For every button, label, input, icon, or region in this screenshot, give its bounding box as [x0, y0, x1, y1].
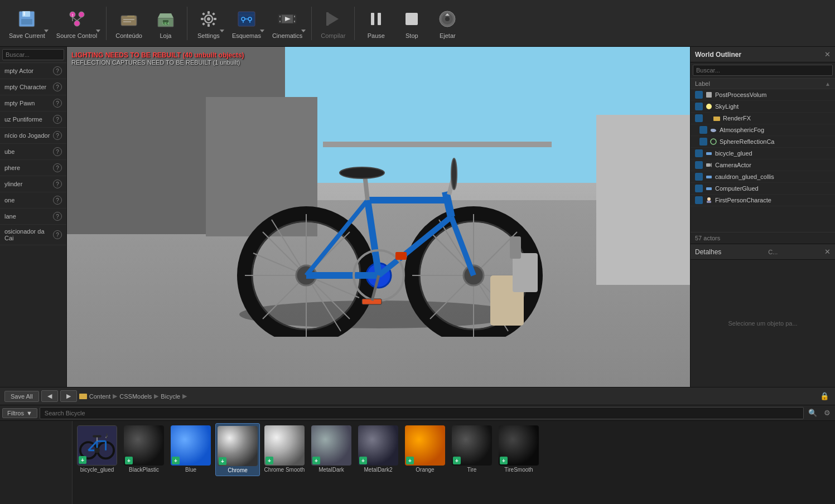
navigate-forward-button[interactable]: ▶ — [60, 390, 77, 402]
stop-button[interactable]: Stop — [395, 3, 428, 43]
outliner-item-renderfx[interactable]: RenderFX — [691, 113, 835, 124]
filter-button[interactable]: Filtros ▼ — [2, 408, 37, 418]
lock-button[interactable]: 🔒 — [819, 391, 831, 401]
left-panel-item-posicionador[interactable]: osicionador da Cai ? — [0, 225, 66, 245]
save-current-button[interactable]: Save Current — [4, 3, 50, 43]
asset-metaldark[interactable]: + MetalDark — [309, 423, 354, 475]
outliner-item-cauldron[interactable]: cauldron_glued_collis — [691, 171, 835, 183]
asset-blue[interactable]: + Blue — [168, 423, 213, 475]
cinematics-button[interactable]: Cinematics — [268, 3, 307, 43]
type-icon-fog — [709, 126, 717, 134]
search-bicycle-input[interactable] — [40, 407, 804, 419]
left-panel-item-empty-pawn[interactable]: mpty Pawn ? — [0, 95, 66, 112]
breadcrumb-bicycle[interactable]: Bicycle — [161, 393, 180, 400]
svg-rect-25 — [202, 22, 205, 26]
left-panel-item-sphere[interactable]: phere ? — [0, 160, 66, 176]
left-panel-item-inicio-jogador[interactable]: nício do Jogador ? — [0, 128, 66, 144]
visibility-icon[interactable] — [695, 149, 703, 157]
settings-button[interactable]: Settings — [192, 3, 225, 43]
navigate-back-button[interactable]: ◀ — [41, 390, 58, 402]
svg-text:!: ! — [72, 13, 73, 17]
svg-rect-45 — [378, 13, 381, 25]
outliner-item-firstperson[interactable]: FirstPersonCharacte — [691, 195, 835, 206]
source-control-button[interactable]: ! Source Control — [52, 3, 102, 43]
help-icon-sphere[interactable]: ? — [53, 163, 62, 172]
svg-marker-111 — [710, 163, 712, 167]
breadcrumb-content[interactable]: Content — [89, 393, 111, 400]
left-panel-item-cylinder[interactable]: ylinder ? — [0, 176, 66, 192]
loja-button[interactable]: UE4 Loja — [149, 3, 182, 43]
outliner-item-label: FirstPersonCharacte — [715, 197, 831, 203]
compilar-button[interactable]: Compilar — [316, 3, 350, 43]
visibility-icon[interactable] — [695, 185, 703, 192]
asset-add-icon: + — [79, 456, 86, 464]
left-panel-item-cone[interactable]: one ? — [0, 192, 66, 209]
help-icon-empty-pawn[interactable]: ? — [53, 99, 62, 108]
conteudo-button[interactable]: Conteúdo — [111, 3, 147, 43]
visibility-icon[interactable] — [695, 196, 703, 204]
help-icon-cylinder[interactable]: ? — [53, 180, 62, 188]
view-options-button[interactable]: ⚙ — [822, 408, 833, 418]
help-icon-empty-actor[interactable]: ? — [53, 66, 62, 75]
outliner-item-postprocess[interactable]: PostProcessVolum — [691, 89, 835, 101]
help-icon-posicionador[interactable]: ? — [53, 230, 62, 239]
help-icon-plane[interactable]: ? — [53, 212, 62, 221]
breadcrumb-sep-1: ▶ — [113, 392, 117, 400]
left-panel-item-tube[interactable]: ube ? — [0, 144, 66, 160]
esquemas-button[interactable]: Esquemas — [228, 3, 266, 43]
store-icon: UE4 — [156, 9, 176, 29]
visibility-icon[interactable] — [699, 138, 707, 146]
visibility-icon[interactable] — [695, 173, 703, 181]
details-tab-c[interactable]: C... — [768, 249, 778, 255]
left-panel-search-input[interactable] — [2, 49, 64, 60]
asset-chrome[interactable]: + Chrome — [215, 423, 260, 476]
outliner-item-atmosphericfog[interactable]: AtmosphericFog — [691, 124, 835, 136]
scene-canvas — [67, 47, 690, 387]
details-panel: Detalhes C... ✕ Selecione um objeto pa..… — [691, 244, 835, 387]
details-close[interactable]: ✕ — [824, 248, 831, 256]
outliner-item-camera-actor[interactable]: CameraActor — [691, 159, 835, 171]
help-icon-empty-character[interactable]: ? — [53, 83, 62, 91]
asset-metaldark2[interactable]: + MetalDark2 — [356, 423, 400, 475]
viewport[interactable]: LIGHTING NEEDS TO BE REBUILT (40 unbuilt… — [67, 47, 690, 387]
save-all-button[interactable]: Save All — [4, 391, 39, 402]
asset-chrome-smooth[interactable]: + Chrome Smooth — [262, 423, 307, 475]
left-panel-item-empty-character[interactable]: mpty Character ? — [0, 79, 66, 95]
pause-button[interactable]: Pause — [359, 3, 393, 43]
dropdown-arrow — [260, 30, 264, 32]
help-icon-luz[interactable]: ? — [53, 115, 62, 124]
outliner-item-skylight[interactable]: SkyLight — [691, 101, 835, 113]
visibility-icon[interactable] — [695, 114, 703, 122]
asset-bicycle-glued[interactable]: + bicycle_glued — [75, 423, 119, 475]
left-panel-item-luz-puntiforme[interactable]: uz Puntiforme ? — [0, 112, 66, 128]
left-panel-item-empty-actor[interactable]: mpty Actor ? — [0, 63, 66, 79]
outliner-item-computer-glued[interactable]: ComputerGlued — [691, 183, 835, 195]
visibility-icon[interactable] — [695, 161, 703, 169]
asset-blackplastic[interactable]: + BlackPlastic — [122, 423, 166, 475]
visibility-icon[interactable] — [699, 126, 707, 134]
visibility-icon[interactable] — [695, 91, 703, 99]
world-outliner-search-input[interactable] — [693, 65, 833, 76]
outliner-item-spherereflection[interactable]: SphereReflectionCa — [691, 136, 835, 148]
help-icon-cone[interactable]: ? — [53, 196, 62, 205]
left-panel-item-plane[interactable]: lane ? — [0, 209, 66, 225]
asset-orange[interactable]: + Orange — [403, 423, 447, 475]
asset-tiresmooth[interactable]: + TireSmooth — [496, 423, 541, 475]
asset-tire[interactable]: + Tire — [450, 423, 494, 475]
world-outliner-close[interactable]: ✕ — [824, 50, 831, 59]
help-icon-inicio[interactable]: ? — [53, 131, 62, 140]
visibility-icon[interactable] — [695, 103, 703, 110]
search-icon-btn[interactable]: 🔍 — [806, 408, 819, 418]
lighting-warning: LIGHTING NEEDS TO BE REBUILT (40 unbuilt… — [71, 51, 244, 59]
content-browser-items: + bicycle_glued + BlackPlastic + Blue — [0, 421, 835, 504]
main-area: mpty Actor ? mpty Character ? mpty Pawn … — [0, 47, 835, 387]
separator-3 — [311, 7, 312, 40]
help-icon-tube[interactable]: ? — [53, 147, 62, 156]
content-browser-filter: Filtros ▼ 🔍 ⚙ — [0, 405, 835, 421]
breadcrumb-cssmodels[interactable]: CSSModels — [119, 393, 152, 400]
ejetar-button[interactable]: Ejetar — [431, 3, 464, 43]
viewport-overlay: LIGHTING NEEDS TO BE REBUILT (40 unbuilt… — [71, 51, 244, 66]
outliner-item-bicycle-glued[interactable]: bicycle_glued — [691, 148, 835, 159]
asset-thumb-blue: + — [171, 425, 211, 466]
scene-block-right — [596, 115, 690, 285]
